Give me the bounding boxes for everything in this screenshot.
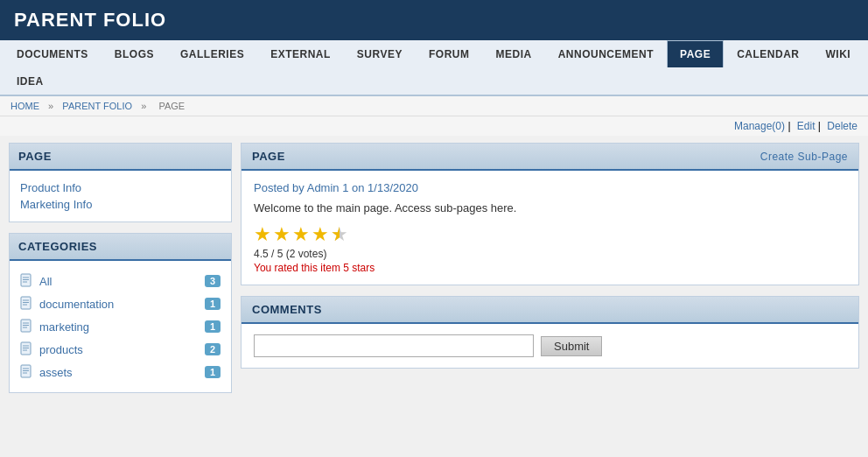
- category-all: All 3: [20, 270, 220, 292]
- nav-wiki[interactable]: WIKI: [812, 40, 864, 67]
- breadcrumb: HOME » PARENT FOLIO » PAGE: [0, 96, 868, 116]
- document-icon-all: [20, 273, 34, 289]
- site-title: PARENT FOLIO: [14, 9, 854, 32]
- create-sub-page-link[interactable]: Create Sub-Page: [760, 151, 848, 163]
- comments-header: COMMENTS: [242, 297, 858, 324]
- category-marketing: marketing 1: [20, 315, 220, 338]
- page-content-body: Posted by Admin 1 on 1/13/2020 Welcome t…: [242, 171, 858, 285]
- category-assets-count: 1: [205, 366, 220, 378]
- category-all-count: 3: [205, 275, 220, 287]
- star-3[interactable]: ★: [292, 225, 310, 244]
- star-4[interactable]: ★: [312, 225, 329, 244]
- posted-by: Posted by Admin 1 on 1/13/2020: [254, 181, 846, 194]
- stars-row: ★ ★ ★ ★ ★★: [254, 225, 846, 244]
- sidebar-categories-header: CATEGORIES: [10, 234, 231, 261]
- nav-calendar[interactable]: CALENDAR: [724, 40, 812, 67]
- document-icon-products: [20, 341, 34, 357]
- category-assets-link[interactable]: assets: [39, 366, 200, 379]
- nav-external[interactable]: EXTERNAL: [257, 40, 344, 67]
- page-content-section: PAGE Create Sub-Page Posted by Admin 1 o…: [241, 143, 859, 285]
- nav-survey[interactable]: SURVEY: [344, 40, 416, 67]
- category-assets: assets 1: [20, 361, 220, 383]
- breadcrumb-parent-folio[interactable]: PARENT FOLIO: [62, 101, 132, 111]
- nav-announcement[interactable]: ANNOUNCEMENT: [545, 40, 667, 67]
- sidebar-categories-body: All 3 documentation 1: [10, 261, 231, 392]
- page-description: Welcome to the main page. Access sub-pag…: [254, 201, 846, 214]
- nav-forum[interactable]: FORUM: [416, 40, 483, 67]
- category-products-link[interactable]: products: [39, 343, 200, 356]
- category-documentation-count: 1: [205, 298, 220, 310]
- user-rated-text: You rated this item 5 stars: [254, 262, 846, 274]
- comment-input-row: Submit: [242, 324, 858, 368]
- manage-link[interactable]: Manage(0): [734, 120, 785, 132]
- page-link-marketing-info[interactable]: Marketing Info: [20, 196, 220, 213]
- breadcrumb-home[interactable]: HOME: [10, 101, 39, 111]
- rating-text: 4.5 / 5 (2 votes): [254, 248, 846, 260]
- comments-section: COMMENTS Submit: [241, 296, 859, 369]
- document-icon-documentation: [20, 296, 34, 312]
- category-all-link[interactable]: All: [39, 275, 200, 288]
- category-marketing-count: 1: [205, 320, 220, 333]
- page-content-title: PAGE: [252, 150, 285, 163]
- star-2[interactable]: ★: [273, 225, 290, 244]
- sidebar-page-header: PAGE: [10, 144, 231, 171]
- nav-media[interactable]: MEDIA: [483, 40, 545, 67]
- category-documentation: documentation 1: [20, 292, 220, 315]
- submit-button[interactable]: Submit: [541, 336, 602, 356]
- category-products-count: 2: [205, 343, 220, 355]
- category-marketing-link[interactable]: marketing: [39, 320, 200, 334]
- delete-link[interactable]: Delete: [827, 120, 858, 132]
- main-navigation: DOCUMENTS BLOGS GALLERIES EXTERNAL SURVE…: [0, 40, 868, 96]
- page-content-header: PAGE Create Sub-Page: [242, 144, 858, 171]
- nav-blogs[interactable]: BLOGS: [102, 40, 167, 67]
- page-link-product-info[interactable]: Product Info: [20, 179, 220, 196]
- edit-link[interactable]: Edit: [797, 120, 816, 132]
- main-content: PAGE Create Sub-Page Posted by Admin 1 o…: [241, 143, 859, 404]
- content-area: PAGE Product Info Marketing Info CATEGOR…: [0, 136, 868, 411]
- nav-documents[interactable]: DOCUMENTS: [4, 40, 102, 67]
- sidebar: PAGE Product Info Marketing Info CATEGOR…: [9, 143, 232, 404]
- comment-input[interactable]: [254, 334, 534, 357]
- sidebar-page-body: Product Info Marketing Info: [10, 171, 231, 221]
- comments-title: COMMENTS: [252, 303, 322, 316]
- nav-page[interactable]: PAGE: [667, 40, 724, 67]
- nav-idea[interactable]: IDEA: [4, 67, 57, 95]
- document-icon-marketing: [20, 319, 34, 334]
- breadcrumb-current: PAGE: [158, 101, 185, 111]
- sidebar-categories-section: CATEGORIES All 3: [9, 233, 232, 393]
- header: PARENT FOLIO: [0, 0, 868, 40]
- star-1[interactable]: ★: [254, 225, 271, 244]
- star-5[interactable]: ★★: [331, 225, 348, 244]
- document-icon-assets: [20, 364, 34, 380]
- nav-galleries[interactable]: GALLERIES: [167, 40, 257, 67]
- category-documentation-link[interactable]: documentation: [39, 298, 200, 311]
- sidebar-page-section: PAGE Product Info Marketing Info: [9, 143, 232, 222]
- actions-bar: Manage(0) | Edit | Delete: [0, 116, 868, 136]
- category-products: products 2: [20, 338, 220, 361]
